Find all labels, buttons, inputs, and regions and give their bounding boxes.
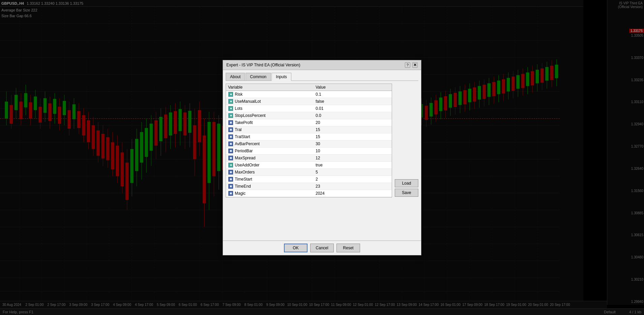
param-icon: ◆: [228, 162, 233, 168]
modal-overlay: Expert - IS VIP Third EA (Official Versi…: [0, 0, 644, 315]
param-value: 2: [316, 177, 390, 182]
table-row: ◆StopLossPercent0.0: [226, 112, 392, 119]
tabs-container: About Common Inputs: [226, 73, 418, 81]
param-value: 23: [316, 184, 390, 189]
params-rows: ◆Risk0.1◆UseManualLotfalse◆Lots0.01◆Stop…: [226, 91, 392, 197]
param-name: Lots: [235, 106, 316, 111]
table-row: ◆Risk0.1: [226, 91, 392, 98]
param-value: 0.0: [316, 113, 390, 118]
param-icon: ◆: [228, 113, 233, 118]
param-value: 20: [316, 120, 390, 125]
param-name: MaxOrders: [235, 170, 316, 175]
param-name: UseManualLot: [235, 99, 316, 104]
tab-inputs[interactable]: Inputs: [271, 73, 291, 81]
param-name: MaxSpread: [235, 156, 316, 160]
modal-dialog: Expert - IS VIP Third EA (Official Versi…: [223, 60, 421, 255]
col-value-header: Value: [316, 85, 390, 90]
modal-title: Expert - IS VIP Third EA (Official Versi…: [226, 63, 300, 67]
table-row: ◆Lots0.01: [226, 105, 392, 112]
param-name: Magic: [235, 191, 316, 196]
param-value: 15: [316, 134, 390, 139]
col-variable-header: Variable: [228, 85, 316, 90]
param-name: TimeStart: [235, 177, 316, 182]
param-name: StopLossPercent: [235, 113, 316, 118]
param-icon: ▣: [228, 148, 233, 154]
table-row: ▣PeriodBar10: [226, 148, 392, 155]
table-row: ▣TakeProfit20: [226, 119, 392, 126]
param-name: TakeProfit: [235, 120, 316, 125]
param-value: 5: [316, 170, 390, 175]
param-value: 0.01: [316, 106, 390, 111]
param-icon: ▣: [228, 191, 233, 196]
table-row: ▣AvBarPercent30: [226, 140, 392, 148]
modal-body: About Common Inputs Variable Value ◆Risk…: [223, 70, 421, 241]
table-row: ▣TimeStart2: [226, 176, 392, 183]
param-name: PeriodBar: [235, 149, 316, 153]
param-name: UseAddOrder: [235, 163, 316, 167]
table-row: ▣MaxOrders5: [226, 169, 392, 176]
param-value: 0.1: [316, 92, 390, 97]
param-name: Risk: [235, 92, 316, 97]
param-icon: ◆: [228, 106, 233, 111]
modal-footer: OK Cancel Reset: [223, 241, 421, 255]
table-header: Variable Value: [226, 84, 392, 91]
param-icon: ▣: [228, 120, 233, 125]
param-icon: ◆: [228, 92, 233, 97]
tab-about[interactable]: About: [226, 73, 245, 81]
param-value: 30: [316, 141, 390, 146]
modal-controls: ? ✕: [405, 62, 418, 68]
param-icon: ▣: [228, 134, 233, 139]
load-button[interactable]: Load: [395, 179, 418, 187]
table-with-buttons: Variable Value ◆Risk0.1◆UseManualLotfals…: [226, 84, 418, 197]
save-button[interactable]: Save: [395, 189, 418, 197]
param-value: 2024: [316, 191, 390, 196]
param-value: 12: [316, 156, 390, 160]
side-buttons-col: Load Save: [395, 84, 418, 197]
reset-button[interactable]: Reset: [336, 244, 360, 252]
help-button[interactable]: ?: [405, 62, 410, 68]
param-icon: ▣: [228, 177, 233, 182]
table-row: ◆UseManualLotfalse: [226, 98, 392, 105]
table-row: ▣Magic2024: [226, 190, 392, 197]
close-button[interactable]: ✕: [412, 62, 418, 68]
param-name: Tral: [235, 127, 316, 132]
modal-titlebar: Expert - IS VIP Third EA (Official Versi…: [223, 60, 421, 70]
param-name: AvBarPercent: [235, 141, 316, 146]
param-value: 10: [316, 149, 390, 153]
param-icon: ◆: [228, 99, 233, 104]
table-row: ▣TralStart15: [226, 133, 392, 140]
param-icon: ▣: [228, 127, 233, 132]
param-value: false: [316, 99, 390, 104]
param-icon: ▣: [228, 184, 233, 189]
param-value: true: [316, 163, 390, 167]
tab-common[interactable]: Common: [246, 73, 271, 81]
cancel-button[interactable]: Cancel: [310, 244, 334, 252]
param-icon: ▣: [228, 141, 233, 147]
ok-button[interactable]: OK: [284, 244, 308, 252]
param-icon: ▣: [228, 155, 233, 161]
table-row: ▣MaxSpread12: [226, 155, 392, 162]
params-table: Variable Value ◆Risk0.1◆UseManualLotfals…: [226, 84, 392, 197]
param-value: 15: [316, 127, 390, 132]
param-name: TralStart: [235, 134, 316, 139]
param-name: TimeEnd: [235, 184, 316, 189]
table-row: ▣TimeEnd23: [226, 183, 392, 190]
param-icon: ▣: [228, 169, 233, 175]
table-row: ◆UseAddOrdertrue: [226, 162, 392, 169]
table-row: ▣Tral15: [226, 126, 392, 133]
